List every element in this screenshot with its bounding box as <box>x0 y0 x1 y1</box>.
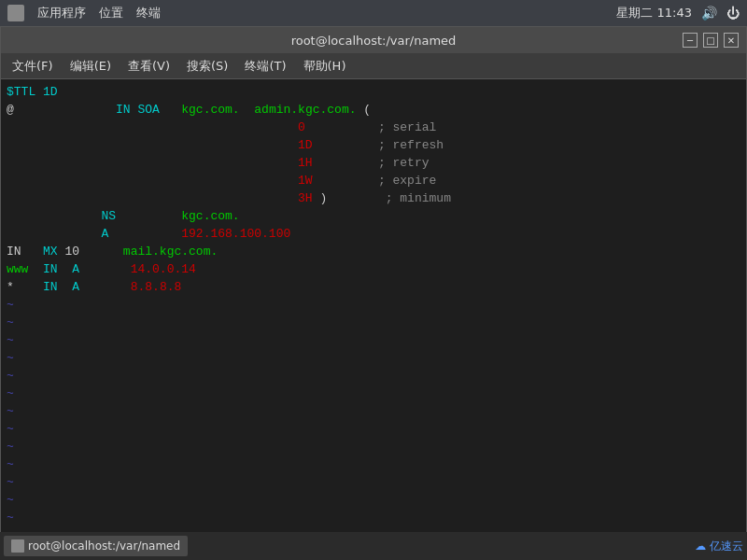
minimize-button[interactable]: ─ <box>683 33 698 48</box>
taskbar-left: root@localhost:/var/named <box>4 536 188 556</box>
menu-bar: 文件(F) 编辑(E) 查看(V) 搜索(S) 终端(T) 帮助(H) <box>1 53 746 79</box>
taskbar-item-label: root@localhost:/var/named <box>28 539 180 553</box>
menu-view[interactable]: 查看(V) <box>120 56 177 77</box>
editor-area[interactable]: $TTL 1D @ IN SOA kgc.com. admin.kgc.com.… <box>1 79 746 537</box>
taskbar-right: ☁ 亿速云 <box>695 539 743 554</box>
menu-edit[interactable]: 编辑(E) <box>63 56 119 77</box>
taskbar-terminal-item[interactable]: root@localhost:/var/named <box>4 536 188 556</box>
menu-terminal[interactable]: 终端(T) <box>237 56 293 77</box>
title-bar: root@localhost:/var/named ─ □ ✕ <box>1 27 746 53</box>
window-title: root@localhost:/var/named <box>64 34 683 48</box>
menu-help[interactable]: 帮助(H) <box>296 56 354 77</box>
window-controls: ─ □ ✕ <box>683 33 739 48</box>
maximize-button[interactable]: □ <box>703 33 718 48</box>
close-button[interactable]: ✕ <box>724 33 739 48</box>
terminal-menu[interactable]: 终端 <box>136 5 161 21</box>
menu-file[interactable]: 文件(F) <box>5 56 61 77</box>
terminal-window: root@localhost:/var/named ─ □ ✕ 文件(F) 编辑… <box>0 26 747 560</box>
datetime: 星期二 11:43 <box>616 5 692 21</box>
volume-icon[interactable]: 🔊 <box>701 6 717 21</box>
menu-search[interactable]: 搜索(S) <box>179 56 235 77</box>
app-icon <box>7 5 24 21</box>
editor-content[interactable]: $TTL 1D @ IN SOA kgc.com. admin.kgc.com.… <box>1 79 746 530</box>
system-bar: 应用程序 位置 终端 星期二 11:43 🔊 ⏻ <box>0 0 747 26</box>
system-bar-right: 星期二 11:43 🔊 ⏻ <box>616 5 740 21</box>
apps-menu[interactable]: 应用程序 <box>37 5 86 21</box>
taskbar: root@localhost:/var/named ☁ 亿速云 <box>0 532 747 560</box>
terminal-icon <box>11 539 24 553</box>
cloud-logo: ☁ 亿速云 <box>695 539 743 554</box>
power-icon[interactable]: ⏻ <box>726 6 740 21</box>
system-bar-left: 应用程序 位置 终端 <box>7 5 161 21</box>
position-menu[interactable]: 位置 <box>99 5 123 21</box>
